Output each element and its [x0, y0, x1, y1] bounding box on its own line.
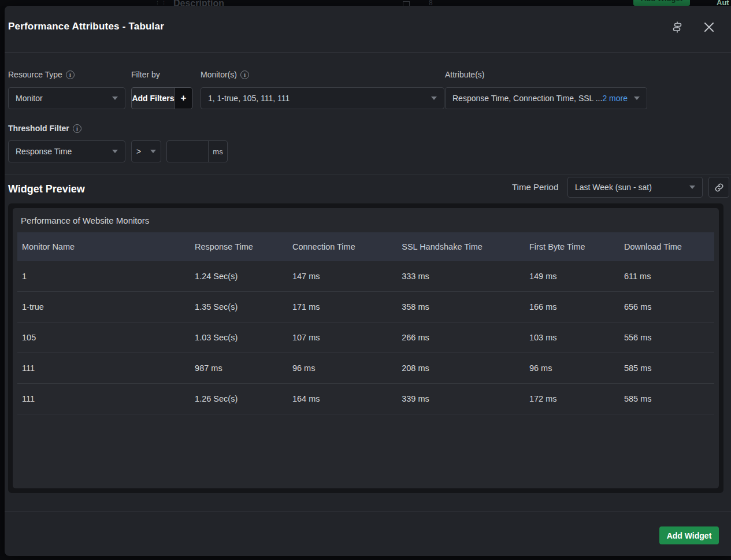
table-header-row: Monitor NameResponse TimeConnection Time…	[17, 232, 714, 261]
table-cell: 1.24 Sec(s)	[190, 261, 288, 292]
table-row: 1-true1.35 Sec(s)171 ms358 ms166 ms656 m…	[17, 292, 714, 322]
dialog-title: Performance Attributes - Tabular	[8, 21, 164, 32]
threshold-filter-label-text: Threshold Filter	[8, 124, 69, 133]
table-cell: 1.35 Sec(s)	[190, 292, 288, 322]
add-widget-button[interactable]: Add Widget	[659, 526, 719, 544]
monitors-label-text: Monitor(s)	[201, 70, 237, 79]
table-cell: 111	[17, 353, 190, 384]
plus-icon[interactable]: +	[175, 88, 192, 109]
time-period-select[interactable]: Last Week (sun - sat)	[567, 177, 703, 198]
attributes-more-link[interactable]: 2 more	[602, 94, 628, 103]
table-cell: 171 ms	[288, 292, 397, 322]
add-filters-button[interactable]: Add Filters +	[131, 87, 192, 109]
table-cell: 1.03 Sec(s)	[190, 322, 288, 353]
table-cell: 111	[17, 384, 190, 414]
preview-table-wrap: Monitor NameResponse TimeConnection Time…	[17, 232, 714, 414]
table-cell: 147 ms	[288, 261, 397, 292]
column-header: First Byte Time	[525, 232, 619, 261]
widget-title: Performance of Website Monitors	[13, 208, 719, 232]
background-add-widget-button: Add Widget	[633, 0, 690, 6]
resource-type-value: Monitor	[16, 94, 107, 103]
table-cell: 164 ms	[288, 384, 397, 414]
drag-handle-icon: ⋮⋮	[155, 0, 168, 6]
background-auto-text: Aut	[717, 0, 729, 6]
filter-by-label: Filter by	[131, 70, 160, 79]
threshold-value-group: ms	[166, 140, 228, 162]
resource-type-label-text: Resource Type	[8, 70, 62, 79]
table-cell: 96 ms	[288, 353, 397, 384]
table-cell: 149 ms	[525, 261, 619, 292]
time-period-label-text: Time Period	[512, 182, 558, 192]
table-cell: 266 ms	[397, 322, 525, 353]
table-row: 111987 ms96 ms208 ms96 ms585 ms	[17, 353, 714, 384]
column-header: Connection Time	[288, 232, 397, 261]
resource-type-label: Resource Type i	[8, 70, 75, 79]
column-header: Download Time	[619, 232, 714, 261]
table-cell: 556 ms	[619, 322, 714, 353]
table-cell: 1.26 Sec(s)	[190, 384, 288, 414]
time-period-value: Last Week (sun - sat)	[575, 183, 685, 192]
table-cell: 208 ms	[397, 353, 525, 384]
threshold-filter-label: Threshold Filter i	[8, 124, 81, 133]
widget-preview-frame: Performance of Website Monitors Monitor …	[8, 203, 723, 493]
monitors-value: 1, 1-true, 105, 111, 111	[208, 94, 426, 103]
background-page-strip: ⋮⋮ Description 8 Add Widget Aut	[0, 0, 731, 6]
table-cell: 585 ms	[619, 384, 714, 414]
table-cell: 103 ms	[525, 322, 619, 353]
close-button[interactable]	[701, 19, 717, 35]
threshold-attribute-select[interactable]: Response Time	[8, 140, 125, 162]
column-header: SSL Handshake Time	[397, 232, 525, 261]
table-cell: 333 ms	[397, 261, 525, 292]
chevron-down-icon	[150, 150, 156, 153]
footer-divider	[5, 511, 731, 511]
table-cell: 166 ms	[525, 292, 619, 322]
chevron-down-icon	[431, 97, 437, 100]
table-cell: 105	[17, 322, 190, 353]
info-icon[interactable]: i	[240, 71, 249, 79]
threshold-unit-label: ms	[208, 141, 227, 162]
resource-type-select[interactable]: Monitor	[8, 87, 125, 109]
chevron-down-icon	[689, 186, 695, 189]
time-period-label: Time Period	[512, 182, 558, 192]
monitors-label: Monitor(s) i	[201, 70, 249, 79]
chevron-down-icon	[112, 97, 118, 100]
table-row: 1111.26 Sec(s)164 ms339 ms172 ms585 ms	[17, 384, 714, 414]
chevron-down-icon	[112, 150, 118, 153]
filter-by-label-text: Filter by	[131, 70, 160, 79]
attributes-select[interactable]: Response Time, Connection Time, SSL ...2…	[445, 87, 647, 109]
attributes-label: Attribute(s)	[445, 70, 484, 79]
monitors-select[interactable]: 1, 1-true, 105, 111, 111	[201, 87, 444, 109]
threshold-attribute-value: Response Time	[16, 147, 107, 156]
section-divider	[5, 174, 731, 175]
info-icon[interactable]: i	[66, 71, 75, 79]
link-time-period-button[interactable]	[708, 177, 729, 198]
widget-settings-icon-button[interactable]	[669, 19, 685, 35]
table-cell: 1-true	[17, 292, 190, 322]
link-icon	[714, 183, 724, 192]
table-row: 1051.03 Sec(s)107 ms266 ms103 ms556 ms	[17, 322, 714, 353]
chevron-down-icon	[634, 97, 640, 100]
widget-preview-heading: Widget Preview	[8, 183, 85, 195]
threshold-operator-select[interactable]: >	[131, 140, 161, 162]
table-cell: 172 ms	[525, 384, 619, 414]
background-description-text: Description	[173, 0, 224, 6]
background-widget-icon	[403, 1, 410, 6]
table-cell: 1	[17, 261, 190, 292]
add-filters-label: Add Filters	[132, 88, 175, 109]
column-header: Monitor Name	[17, 232, 190, 261]
sliders-icon	[671, 21, 684, 34]
table-cell: 358 ms	[397, 292, 525, 322]
info-icon[interactable]: i	[73, 124, 81, 133]
close-icon	[704, 22, 714, 32]
table-cell: 339 ms	[397, 384, 525, 414]
threshold-operator-value: >	[136, 147, 146, 156]
attributes-value: Response Time, Connection Time, SSL ...2…	[452, 94, 629, 103]
table-cell: 987 ms	[190, 353, 288, 384]
widget-preview-panel: Performance of Website Monitors Monitor …	[13, 208, 719, 488]
threshold-value-input[interactable]	[167, 141, 208, 162]
table-cell: 96 ms	[525, 353, 619, 384]
widget-config-dialog: Performance Attributes - Tabular Resourc…	[5, 6, 731, 556]
preview-table: Monitor NameResponse TimeConnection Time…	[17, 232, 714, 414]
attributes-value-text: Response Time, Connection Time, SSL ...	[452, 94, 602, 103]
table-cell: 611 ms	[619, 261, 714, 292]
